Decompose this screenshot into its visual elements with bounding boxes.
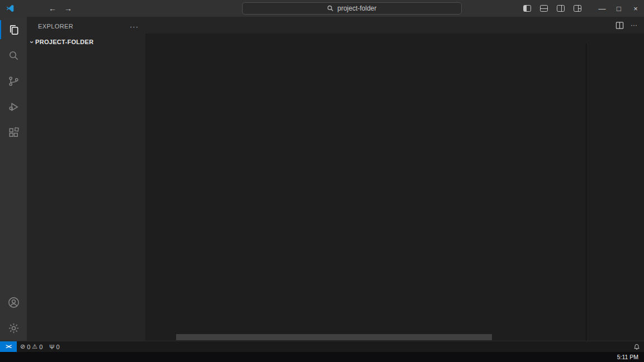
- forward-icon[interactable]: →: [64, 4, 72, 13]
- error-count: 0: [27, 344, 30, 350]
- status-bar: >< ⊘ 0 ⚠ 0 Ψ 0: [0, 341, 644, 352]
- activity-explorer-icon[interactable]: [0, 17, 27, 42]
- split-editor-icon[interactable]: [615, 21, 624, 30]
- warning-icon: ⚠: [32, 343, 37, 350]
- explorer-sidebar: EXPLORER ··· › PROJECT-FOLDER: [27, 17, 145, 341]
- activity-source-control-icon[interactable]: [0, 68, 27, 94]
- toggle-panel-icon[interactable]: [540, 5, 548, 12]
- horizontal-scrollbar[interactable]: [176, 334, 492, 340]
- explorer-title: EXPLORER: [38, 23, 73, 30]
- history-nav: ← →: [49, 4, 72, 13]
- remote-indicator[interactable]: ><: [0, 341, 17, 352]
- editor-more-actions-icon[interactable]: ···: [631, 21, 637, 29]
- toggle-sidebar-icon[interactable]: [523, 5, 531, 12]
- breadcrumb: [145, 34, 644, 44]
- explorer-header: EXPLORER ···: [27, 17, 145, 36]
- root-folder-label: PROJECT-FOLDER: [35, 39, 93, 45]
- ports-count: 0: [56, 344, 60, 350]
- maximize-button[interactable]: □: [610, 0, 627, 17]
- tree-root-project-folder[interactable]: › PROJECT-FOLDER: [27, 36, 145, 48]
- minimize-button[interactable]: —: [594, 0, 610, 17]
- close-button[interactable]: ×: [627, 0, 644, 17]
- windows-taskbar: 5:11 PM: [0, 352, 644, 362]
- notifications-bell-icon[interactable]: [633, 341, 644, 352]
- error-icon: ⊘: [20, 343, 25, 350]
- chevron-down-icon: ›: [28, 39, 36, 45]
- activity-extensions-icon[interactable]: [0, 120, 27, 145]
- ports-indicator[interactable]: Ψ 0: [46, 341, 63, 352]
- search-text: project-folder: [337, 4, 376, 12]
- layout-controls: [523, 5, 581, 12]
- system-tray: [613, 352, 617, 362]
- command-center-search[interactable]: project-folder: [242, 2, 462, 15]
- customize-layout-icon[interactable]: [574, 5, 581, 12]
- broadcast-icon: Ψ: [49, 344, 54, 350]
- vscode-logo-icon: [6, 4, 15, 13]
- warning-count: 0: [39, 344, 42, 350]
- activity-search-icon[interactable]: [0, 42, 27, 68]
- editor-group: ···: [145, 17, 644, 341]
- settings-gear-icon[interactable]: [0, 315, 27, 341]
- title-bar: ← → project-folder — □ ×: [0, 0, 644, 17]
- explorer-more-actions-icon[interactable]: ···: [130, 22, 139, 31]
- taskbar-clock[interactable]: 5:11 PM: [617, 354, 644, 360]
- window-controls: — □ ×: [523, 0, 644, 17]
- remote-icon: ><: [6, 344, 11, 350]
- editor-actions: ···: [615, 17, 644, 34]
- activity-bar: [0, 17, 27, 341]
- tab-bar: ···: [145, 17, 644, 34]
- activity-run-debug-icon[interactable]: [0, 94, 27, 120]
- problems-indicator[interactable]: ⊘ 0 ⚠ 0: [17, 341, 46, 352]
- vscode-window: ← → project-folder — □ ×: [0, 0, 644, 362]
- search-icon: [327, 5, 334, 12]
- code-editor[interactable]: [145, 44, 644, 341]
- back-icon[interactable]: ←: [49, 4, 56, 13]
- minimap[interactable]: [586, 44, 644, 341]
- toggle-secondary-sidebar-icon[interactable]: [557, 5, 565, 12]
- accounts-icon[interactable]: [0, 289, 27, 315]
